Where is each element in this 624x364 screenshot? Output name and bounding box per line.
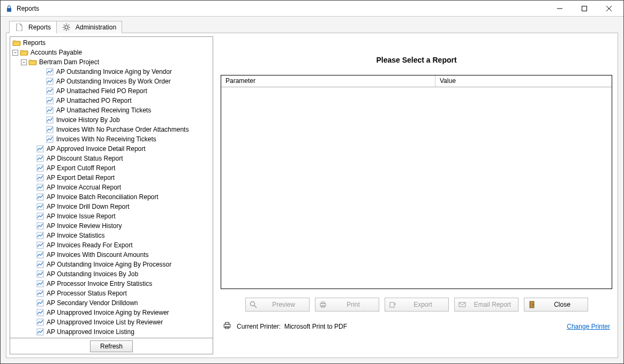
print-button[interactable]: Print xyxy=(315,298,379,312)
tree-node-label: AP Invoice Statistics xyxy=(47,232,105,239)
tree-report-item[interactable]: AP Outstanding Invoices By Work Order xyxy=(11,77,213,86)
tree-node-label: Accounts Payable xyxy=(31,49,82,56)
report-tree[interactable]: Reports−Accounts Payable−Bertram Dam Pro… xyxy=(10,36,213,338)
refresh-row: Refresh xyxy=(10,338,213,354)
tree-report-item[interactable]: AP Export Detail Report xyxy=(11,173,213,183)
export-button[interactable]: Export xyxy=(385,298,449,312)
svg-rect-51 xyxy=(225,322,229,324)
tree-report-item[interactable]: AP Outstanding Invoice Aging By Processo… xyxy=(11,260,213,269)
tree-root[interactable]: Reports xyxy=(11,38,213,48)
report-icon xyxy=(46,67,54,76)
maximize-button[interactable] xyxy=(572,1,597,17)
svg-line-10 xyxy=(69,29,69,30)
tree-report-item[interactable]: AP Unapproved Invoice Listing xyxy=(11,327,213,337)
tree-report-item[interactable]: AP Invoice Accrual Report xyxy=(11,183,213,192)
tree-node-label: AP Approved Invoice Detail Report xyxy=(47,145,146,153)
tree-report-item[interactable]: AP Unattached Field PO Report xyxy=(11,86,213,96)
tree-report-item[interactable]: Invoices With No Receiving Tickets xyxy=(11,134,213,144)
close-button[interactable]: Close xyxy=(524,298,588,312)
tree-node-label: AP Processor Status Report xyxy=(47,290,127,297)
tree-node-label: AP Invoice Accrual Report xyxy=(47,184,121,191)
tree-report-item[interactable]: AP Approved Invoice Detail Report xyxy=(11,144,213,154)
svg-point-4 xyxy=(65,26,68,29)
parameter-table-header: Parameter Value xyxy=(221,75,612,87)
current-printer-label: Current Printer: Microsoft Print to PDF xyxy=(237,323,347,330)
tree-node-label: AP Outstanding Invoice Aging By Processo… xyxy=(47,261,171,268)
export-icon xyxy=(388,300,397,309)
tree-report-item[interactable]: AP Unapproved Invoice Aging by Reviewer xyxy=(11,308,213,317)
preview-button[interactable]: Preview xyxy=(245,298,310,312)
tree-node-label: AP Export Cutoff Report xyxy=(47,164,115,172)
report-icon xyxy=(36,193,44,201)
tree-node-label: Invoices With No Receiving Tickets xyxy=(56,135,156,143)
report-icon xyxy=(36,308,44,317)
tree-report-item[interactable]: AP Invoice Review History xyxy=(11,221,213,231)
report-icon xyxy=(36,173,44,182)
svg-point-49 xyxy=(532,304,533,305)
tree-report-item[interactable]: Invoice History By Job xyxy=(11,115,213,125)
email-report-button[interactable]: Email Report xyxy=(454,298,518,312)
tree-node-label: AP Unattached Field PO Report xyxy=(56,87,147,95)
tree-node-label: AP Discount Status Report xyxy=(47,155,123,162)
report-icon xyxy=(46,116,54,124)
close-window-button[interactable] xyxy=(597,1,621,17)
tree-report-item[interactable]: AP Secondary Vendor Drilldown xyxy=(11,298,213,308)
tree-node-label: AP Outstanding Invoice Aging by Vendor xyxy=(56,68,172,75)
collapse-toggle[interactable]: − xyxy=(21,59,27,65)
main-panel: Reports−Accounts Payable−Bertram Dam Pro… xyxy=(6,33,618,358)
report-icon xyxy=(36,202,44,211)
reports-window: Reports Reports Administration xyxy=(0,0,624,364)
tree-node-label: AP Unapproved Invoice List by Reviewer xyxy=(47,318,163,326)
printer-icon xyxy=(319,300,327,309)
tree-report-item[interactable]: AP Invoices With Discount Amounts xyxy=(11,250,213,260)
tree-report-item[interactable]: AP Invoices Ready For Export xyxy=(11,240,213,250)
tree-folder-project[interactable]: −Bertram Dam Project xyxy=(11,57,213,67)
col-parameter[interactable]: Parameter xyxy=(221,75,435,87)
report-icon xyxy=(36,145,44,153)
mail-icon xyxy=(458,300,467,309)
tab-administration[interactable]: Administration xyxy=(56,21,122,33)
tree-report-item[interactable]: AP Unapproved Invoice List by Reviewer xyxy=(11,317,213,327)
col-value[interactable]: Value xyxy=(435,75,612,87)
tree-report-item[interactable]: AP Outstanding Invoice Aging by Vendor xyxy=(11,67,213,77)
report-icon xyxy=(46,77,54,86)
tree-report-item[interactable]: AP Unattached PO Report xyxy=(11,96,213,105)
report-icon xyxy=(36,222,44,230)
svg-rect-46 xyxy=(390,302,394,307)
tree-node-label: AP Processor Invoice Entry Statistics xyxy=(47,280,152,287)
titlebar: Reports xyxy=(1,1,623,17)
tree-report-item[interactable]: AP Discount Status Report xyxy=(11,154,213,163)
tree-report-item[interactable]: AP Invoice Batch Reconciliation Report xyxy=(11,192,213,202)
tree-node-label: AP Outstanding Invoices By Job xyxy=(47,270,138,278)
tree-report-item[interactable]: AP Invoice Issue Report xyxy=(11,211,213,221)
change-printer-link[interactable]: Change Printer xyxy=(567,323,610,330)
tree-node-label: Bertram Dam Project xyxy=(39,58,99,66)
tree-node-label: AP Unattached Receiving Tickets xyxy=(56,107,151,114)
report-icon xyxy=(46,106,54,115)
folder-open-icon xyxy=(20,48,28,57)
tree-node-label: AP Unapproved Invoice Aging by Reviewer xyxy=(47,309,169,316)
tree-report-item[interactable]: AP Invoice Drill Down Report xyxy=(11,202,213,211)
tree-report-item[interactable]: AP Processor Invoice Entry Statistics xyxy=(11,279,213,289)
tree-report-item[interactable]: Invoices With No Purchase Order Attachme… xyxy=(11,125,213,134)
tab-reports[interactable]: Reports xyxy=(9,21,57,33)
tree-report-item[interactable]: AP Export Cutoff Report xyxy=(11,163,213,173)
tree-report-item[interactable]: AP Unattached Receiving Tickets xyxy=(11,105,213,115)
report-icon xyxy=(36,164,44,172)
folder-open-icon xyxy=(12,39,21,47)
tree-folder-accounts-payable[interactable]: −Accounts Payable xyxy=(11,48,213,57)
minimize-button[interactable] xyxy=(547,1,572,17)
tree-node-label: AP Invoices Ready For Export xyxy=(47,241,133,249)
tree-report-item[interactable]: AP Outstanding Invoices By Job xyxy=(11,269,213,279)
report-icon xyxy=(36,260,44,269)
collapse-toggle[interactable]: − xyxy=(12,50,18,56)
tab-label: Reports xyxy=(28,24,51,31)
select-report-prompt: Please Select a Report xyxy=(221,56,612,64)
tree-report-item[interactable]: AP Invoice Statistics xyxy=(11,231,213,240)
refresh-button[interactable]: Refresh xyxy=(90,340,133,352)
tree-node-label: Invoice History By Job xyxy=(56,116,120,124)
tree-node-label: AP Unattached PO Report xyxy=(56,97,132,104)
tree-report-item[interactable]: AP Processor Status Report xyxy=(11,289,213,298)
document-icon xyxy=(15,23,24,32)
report-icon xyxy=(36,289,44,298)
